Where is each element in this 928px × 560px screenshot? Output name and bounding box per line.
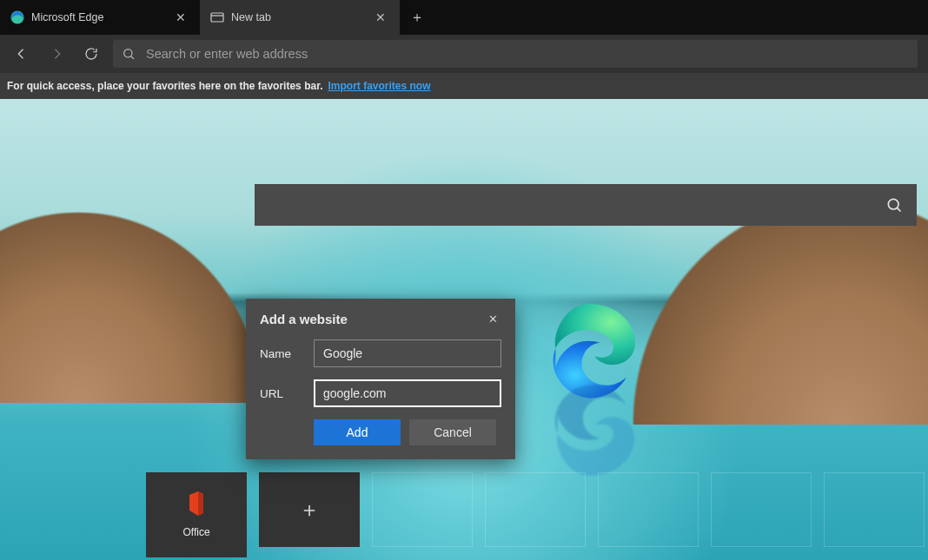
- address-bar[interactable]: [113, 40, 918, 68]
- svg-point-4: [124, 49, 132, 57]
- office-icon: [186, 491, 207, 516]
- close-icon[interactable]: ✕: [172, 9, 189, 26]
- quick-links: Office ＋: [146, 472, 925, 557]
- tile-placeholder[interactable]: [485, 472, 586, 547]
- url-label: URL: [260, 387, 314, 400]
- favorites-hint: For quick access, place your favorites h…: [7, 80, 322, 92]
- address-input[interactable]: [146, 47, 909, 61]
- new-tab-page: Office ＋ Add a website ✕ Name URL Add Ca…: [0, 99, 928, 560]
- refresh-button[interactable]: [75, 38, 108, 69]
- edge-logo-reflection: [537, 412, 640, 481]
- svg-line-5: [131, 56, 134, 59]
- cancel-button[interactable]: Cancel: [409, 419, 496, 445]
- close-icon[interactable]: ✕: [485, 311, 501, 327]
- url-input[interactable]: [314, 379, 501, 407]
- background-hill: [0, 212, 261, 403]
- tab-title: Microsoft Edge: [31, 11, 103, 23]
- toolbar: [0, 35, 928, 73]
- svg-rect-1: [211, 13, 223, 22]
- tile-placeholder[interactable]: [711, 472, 812, 547]
- svg-point-6: [888, 199, 898, 209]
- add-website-dialog: Add a website ✕ Name URL Add Cancel: [246, 299, 515, 459]
- name-label: Name: [260, 347, 314, 360]
- import-favorites-link[interactable]: Import favorites now: [328, 80, 430, 92]
- plus-icon: ＋: [299, 496, 320, 524]
- tile-add[interactable]: ＋: [259, 472, 360, 547]
- search-icon: [885, 196, 903, 214]
- tile-placeholder[interactable]: [598, 472, 699, 547]
- tile-placeholder[interactable]: [824, 472, 925, 547]
- favorites-bar: For quick access, place your favorites h…: [0, 73, 928, 99]
- new-tab-button[interactable]: ＋: [400, 0, 434, 35]
- add-button[interactable]: Add: [314, 419, 401, 445]
- tile-office[interactable]: Office: [146, 472, 247, 557]
- name-input[interactable]: [314, 339, 501, 367]
- forward-button[interactable]: [40, 38, 73, 69]
- tab-edge[interactable]: Microsoft Edge ✕: [0, 0, 200, 35]
- tab-newtab[interactable]: New tab ✕: [200, 0, 400, 35]
- search-icon: [122, 47, 136, 61]
- tab-strip: Microsoft Edge ✕ New tab ✕ ＋: [0, 0, 928, 35]
- close-icon[interactable]: ✕: [372, 9, 389, 26]
- tab-title: New tab: [231, 11, 271, 23]
- ntp-search-box[interactable]: [255, 184, 917, 226]
- tile-label: Office: [182, 526, 209, 538]
- edge-icon: [10, 10, 24, 24]
- tile-placeholder[interactable]: [372, 472, 473, 547]
- back-button[interactable]: [5, 38, 38, 69]
- background-hill: [633, 199, 928, 425]
- svg-line-7: [897, 208, 900, 211]
- dialog-title: Add a website: [260, 312, 348, 326]
- newtab-icon: [210, 10, 224, 24]
